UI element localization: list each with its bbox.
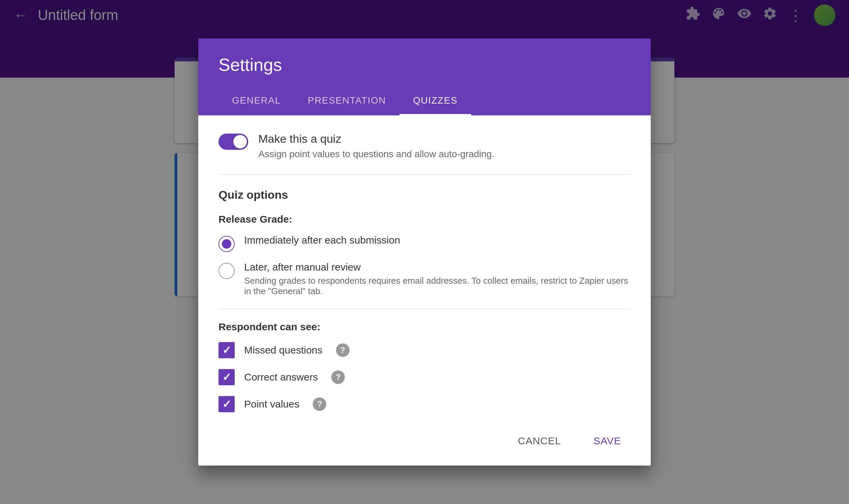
checkbox-correct-label: Correct answers <box>244 372 318 383</box>
radio-immediately-inner <box>222 239 231 249</box>
quiz-toggle-row: Make this a quiz Assign point values to … <box>219 132 630 175</box>
checkbox-correct-check: ✓ <box>222 371 231 383</box>
radio-immediately-outer <box>219 236 235 252</box>
toggle-text: Make this a quiz Assign point values to … <box>258 132 495 160</box>
tab-presentation[interactable]: PRESENTATION <box>294 87 399 115</box>
radio-later[interactable]: Later, after manual review Sending grade… <box>219 262 630 296</box>
quiz-options-title: Quiz options <box>219 188 630 201</box>
checkbox-missed-label: Missed questions <box>244 344 323 356</box>
quiz-toggle-switch[interactable] <box>219 133 248 150</box>
correct-help-icon[interactable]: ? <box>331 371 345 384</box>
settings-dialog: Settings GENERAL PRESENTATION QUIZZES Ma… <box>198 38 651 466</box>
missed-help-icon[interactable]: ? <box>336 343 349 357</box>
checkbox-correct[interactable]: ✓ Correct answers ? <box>219 369 630 385</box>
dialog-body: Make this a quiz Assign point values to … <box>198 115 651 419</box>
dialog-header: Settings GENERAL PRESENTATION QUIZZES <box>198 38 651 115</box>
tab-quizzes[interactable]: QUIZZES <box>399 87 471 115</box>
checkbox-missed-check: ✓ <box>222 344 231 357</box>
toggle-description: Assign point values to questions and all… <box>258 149 495 160</box>
points-help-icon[interactable]: ? <box>313 397 326 411</box>
checkbox-points[interactable]: ✓ Point values ? <box>219 396 630 412</box>
dialog-footer: CANCEL SAVE <box>198 419 651 466</box>
save-button[interactable]: SAVE <box>584 430 630 452</box>
toggle-label: Make this a quiz <box>258 132 495 145</box>
respondent-can-see-title: Respondent can see: <box>219 321 630 332</box>
checkbox-missed-box: ✓ <box>219 342 235 358</box>
tab-general[interactable]: GENERAL <box>219 87 294 115</box>
modal-overlay: Settings GENERAL PRESENTATION QUIZZES Ma… <box>0 0 849 504</box>
divider-1 <box>219 309 630 309</box>
radio-immediately[interactable]: Immediately after each submission <box>219 234 630 252</box>
checkbox-points-check: ✓ <box>222 398 231 411</box>
checkbox-correct-box: ✓ <box>219 369 235 385</box>
checkbox-points-label: Point values <box>244 398 299 410</box>
radio-later-text: Later, after manual review Sending grade… <box>244 262 630 296</box>
checkbox-missed[interactable]: ✓ Missed questions ? <box>219 342 630 358</box>
release-grade-title: Release Grade: <box>219 214 630 225</box>
cancel-button[interactable]: CANCEL <box>508 430 570 452</box>
dialog-title: Settings <box>219 55 630 75</box>
checkbox-points-box: ✓ <box>219 396 235 412</box>
radio-later-outer <box>219 263 235 279</box>
radio-immediately-text: Immediately after each submission <box>244 234 400 246</box>
dialog-tabs: GENERAL PRESENTATION QUIZZES <box>219 87 630 115</box>
toggle-knob <box>233 135 247 148</box>
